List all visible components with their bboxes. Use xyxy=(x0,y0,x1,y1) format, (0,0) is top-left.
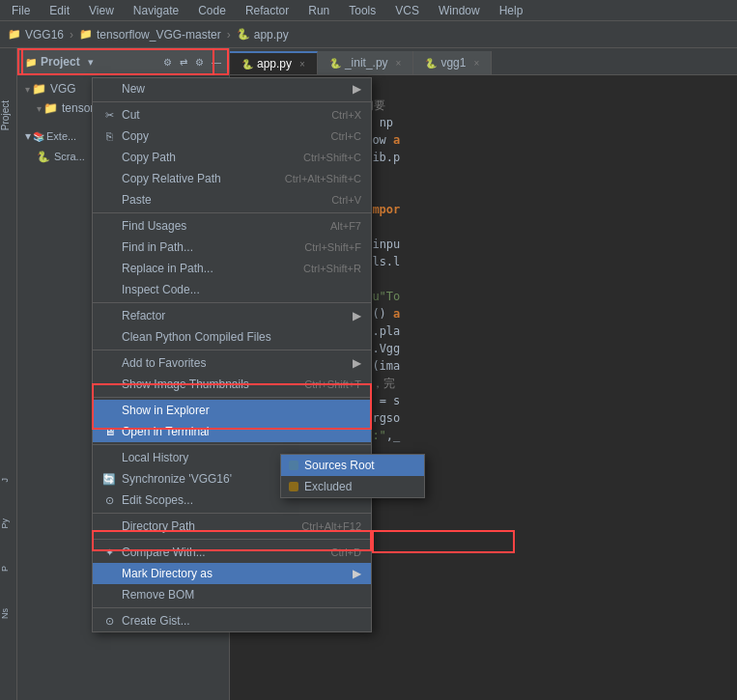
tab-app-py-close[interactable]: × xyxy=(299,59,305,70)
project-header-label: Project xyxy=(41,55,80,69)
menu-find-path[interactable]: Find in Path... Ctrl+Shift+F xyxy=(93,237,371,258)
menu-cut[interactable]: ✂ Cut Ctrl+X xyxy=(93,104,371,126)
tab-init-label: _init_.py xyxy=(345,56,388,70)
project-dropdown-icon[interactable]: ▾ xyxy=(88,56,94,69)
separator-2 xyxy=(93,212,371,213)
tab-init-close[interactable]: × xyxy=(396,58,402,69)
menu-edit-scopes-label: Edit Scopes... xyxy=(122,493,193,507)
menu-view[interactable]: View xyxy=(85,2,118,19)
menu-paste[interactable]: Paste Ctrl+V xyxy=(93,189,371,210)
side-label-p[interactable]: P xyxy=(0,562,17,575)
separator-3 xyxy=(93,302,371,303)
menu-clean-compiled[interactable]: Clean Python Compiled Files xyxy=(93,326,371,348)
menu-refactor[interactable]: Refactor xyxy=(241,2,293,19)
tab-vgg1-label: vgg1 xyxy=(440,56,466,70)
tree-arrow-2: ▾ xyxy=(37,103,42,114)
tab-vgg1-icon: 🐍 xyxy=(425,58,437,69)
menu-copy-path[interactable]: Copy Path Ctrl+Shift+C xyxy=(93,147,371,168)
breadcrumb-folder-icon: 📁 xyxy=(8,28,21,41)
project-layout-icon[interactable]: ⇄ xyxy=(180,57,187,68)
dir-path-shortcut: Ctrl+Alt+F12 xyxy=(301,520,361,532)
menu-image-thumbnails[interactable]: Show Image Thumbnails Ctrl+Shift+T xyxy=(93,374,371,395)
menu-synchronize-label: Synchronize 'VGG16' xyxy=(122,472,232,486)
menu-help[interactable]: Help xyxy=(496,2,527,19)
separator-6 xyxy=(93,444,371,445)
project-gear-icon[interactable]: ⚙ xyxy=(163,57,172,68)
menu-show-explorer-label: Show in Explorer xyxy=(122,404,210,417)
separator-8 xyxy=(93,539,371,540)
menu-add-favorites[interactable]: Add to Favorites ▶ xyxy=(93,352,371,374)
breadcrumb-tensorflow[interactable]: tensorflow_VGG-master xyxy=(97,28,221,42)
separator-7 xyxy=(93,513,371,514)
breadcrumb-vgg16[interactable]: VGG16 xyxy=(25,28,64,42)
tree-folder-icon: 📁 xyxy=(32,82,46,96)
tree-folder-icon-2: 📁 xyxy=(43,101,58,115)
sources-root-label: Sources Root xyxy=(304,459,375,472)
project-folder-icon: 📁 xyxy=(25,57,37,68)
breadcrumb-bar: 📁 VGG16 › 📁 tensorflow_VGG-master › 🐍 ap… xyxy=(0,21,737,48)
menu-replace-path-label: Replace in Path... xyxy=(122,262,213,275)
menu-window[interactable]: Window xyxy=(435,2,484,19)
project-side-label[interactable]: Project xyxy=(0,97,16,134)
submenu-sources-root[interactable]: Sources Root xyxy=(281,455,424,476)
copy-shortcut: Ctrl+C xyxy=(331,130,361,142)
menu-compare-with[interactable]: ✦ Compare With... Ctrl+D xyxy=(93,542,371,563)
sync-icon: 🔄 xyxy=(102,473,116,486)
menu-copy-relative[interactable]: Copy Relative Path Ctrl+Alt+Shift+C xyxy=(93,168,371,189)
side-label-j[interactable]: J xyxy=(0,474,17,487)
editor-tabs: 🐍 app.py × 🐍 _init_.py × 🐍 vgg1 × xyxy=(230,48,737,75)
menu-find-usages[interactable]: Find Usages Alt+F7 xyxy=(93,215,371,237)
find-usages-shortcut: Alt+F7 xyxy=(330,220,361,232)
menu-find-path-label: Find in Path... xyxy=(122,240,193,254)
menu-paste-label: Paste xyxy=(122,193,152,207)
breadcrumb-file[interactable]: app.py xyxy=(254,28,289,42)
menu-mark-directory[interactable]: Mark Directory as ▶ xyxy=(93,563,371,584)
menu-new-label: New xyxy=(122,82,145,96)
menu-create-gist[interactable]: ⊙ Create Gist... xyxy=(93,610,371,631)
menu-open-terminal-label: Open in Terminal xyxy=(122,425,210,438)
menu-open-terminal[interactable]: 🖥 Open in Terminal xyxy=(93,421,371,442)
compare-shortcut: Ctrl+D xyxy=(331,546,361,558)
menu-file[interactable]: File xyxy=(8,2,34,19)
tab-vgg1[interactable]: 🐍 vgg1 × xyxy=(413,51,492,74)
menu-tools[interactable]: Tools xyxy=(345,2,380,19)
menu-show-explorer[interactable]: Show in Explorer xyxy=(93,400,371,421)
refactor-sub-icon: ▶ xyxy=(353,309,361,322)
tab-vgg1-close[interactable]: × xyxy=(473,58,479,69)
project-settings-icon[interactable]: ⚙ xyxy=(195,57,204,68)
menu-vcs[interactable]: VCS xyxy=(391,2,423,19)
menu-directory-path-label: Directory Path xyxy=(122,519,195,533)
menu-create-gist-label: Create Gist... xyxy=(122,614,190,628)
cut-shortcut: Ctrl+X xyxy=(331,109,361,121)
project-header[interactable]: 📁 Project ▾ ⚙ ⇄ ⚙ — xyxy=(17,48,229,75)
tab-app-py[interactable]: 🐍 app.py × xyxy=(230,51,318,74)
tab-app-py-icon: 🐍 xyxy=(241,59,253,70)
scopes-icon: ⊙ xyxy=(102,494,116,507)
menu-remove-bom[interactable]: Remove BOM xyxy=(93,584,371,605)
menu-directory-path[interactable]: Directory Path Ctrl+Alt+F12 xyxy=(93,516,371,537)
menu-new[interactable]: New ▶ xyxy=(93,78,371,99)
find-path-shortcut: Ctrl+Shift+F xyxy=(304,241,361,253)
menu-compare-label: Compare With... xyxy=(122,546,206,559)
tab-init-py[interactable]: 🐍 _init_.py × xyxy=(318,51,414,74)
menu-replace-path[interactable]: Replace in Path... Ctrl+Shift+R xyxy=(93,258,371,279)
menu-copy-relative-label: Copy Relative Path xyxy=(122,172,221,185)
menu-navigate[interactable]: Navigate xyxy=(129,2,183,19)
tree-item-label: VGG xyxy=(50,82,76,96)
menu-bar[interactable]: File Edit View Navigate Code Refactor Ru… xyxy=(8,2,526,19)
menu-copy[interactable]: ⎘ Copy Ctrl+C xyxy=(93,126,371,147)
submenu-excluded[interactable]: Excluded xyxy=(281,476,424,497)
menu-code[interactable]: Code xyxy=(194,2,230,19)
menu-inspect-code[interactable]: Inspect Code... xyxy=(93,279,371,300)
project-close-icon[interactable]: — xyxy=(212,57,221,68)
menu-edit[interactable]: Edit xyxy=(45,2,73,19)
side-label-py[interactable]: Py xyxy=(0,515,17,533)
menu-refactor[interactable]: Refactor ▶ xyxy=(93,305,371,326)
menu-inspect-code-label: Inspect Code... xyxy=(122,283,200,296)
side-label-ns[interactable]: Ns xyxy=(0,604,17,623)
menu-run[interactable]: Run xyxy=(304,2,333,19)
thumbnails-shortcut: Ctrl+Shift+T xyxy=(304,378,361,390)
breadcrumb-folder2-icon: 📁 xyxy=(79,28,93,41)
gist-icon: ⊙ xyxy=(102,615,116,628)
copy-icon: ⎘ xyxy=(102,130,116,142)
